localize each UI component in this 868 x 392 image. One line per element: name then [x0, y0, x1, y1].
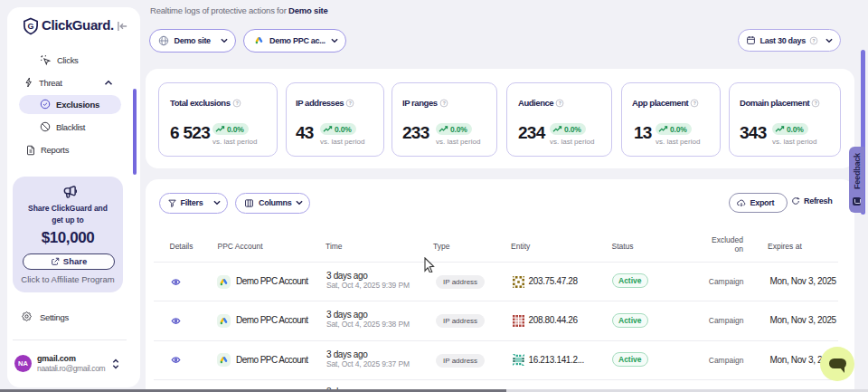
svg-text:?: ?: [349, 100, 352, 105]
svg-text:?: ?: [559, 100, 561, 105]
svg-text:?: ?: [235, 100, 238, 105]
svg-text:?: ?: [813, 37, 816, 43]
svg-text:?: ?: [693, 100, 696, 105]
svg-text:?: ?: [815, 100, 817, 105]
svg-text:G: G: [27, 22, 33, 31]
svg-text:?: ?: [442, 100, 445, 105]
